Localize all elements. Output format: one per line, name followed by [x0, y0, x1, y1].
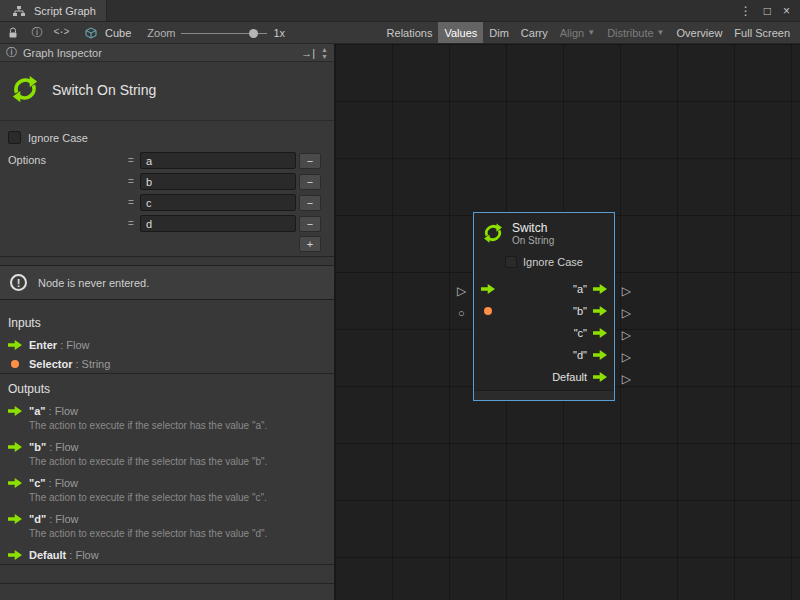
- overview-button[interactable]: Overview: [671, 22, 729, 43]
- flow-arrow-icon: [8, 406, 22, 416]
- remove-option-button[interactable]: −: [299, 153, 321, 169]
- full-screen-button[interactable]: Full Screen: [728, 22, 796, 43]
- switch-unit-icon: [482, 222, 504, 246]
- dim-button[interactable]: Dim: [483, 22, 515, 43]
- dock-icon[interactable]: →|: [301, 47, 315, 59]
- external-output-port-default[interactable]: ▷: [622, 373, 631, 385]
- scroll-down-icon[interactable]: ▼: [321, 53, 328, 60]
- node-footer: [474, 390, 614, 400]
- flow-arrow-icon: [8, 478, 22, 488]
- output-item: "d" : Flow: [0, 509, 334, 528]
- flow-arrow-icon: [8, 550, 22, 560]
- close-icon[interactable]: ×: [783, 4, 790, 18]
- external-selector-input-port[interactable]: ○: [458, 307, 465, 319]
- zoom-value: 1x: [273, 27, 285, 39]
- lock-icon[interactable]: [4, 25, 22, 41]
- unit-title-block: Switch On String: [0, 62, 334, 121]
- output-description: The action to execute if the selector ha…: [0, 456, 334, 473]
- scroll-up-icon[interactable]: ▲: [321, 46, 328, 53]
- zoom-slider-knob[interactable]: [249, 29, 258, 38]
- graph-inspector-header: ⓘ Graph Inspector →| ▲ ▼: [0, 44, 334, 62]
- maximize-icon[interactable]: □: [764, 4, 771, 18]
- outputs-header: Outputs: [0, 374, 334, 401]
- values-button[interactable]: Values: [438, 22, 483, 43]
- port-row-d: "d": [474, 344, 614, 366]
- node-ignore-case-checkbox[interactable]: [505, 256, 517, 268]
- unit-title: Switch On String: [52, 82, 156, 98]
- flow-output-port[interactable]: [593, 372, 607, 382]
- option-input[interactable]: [140, 194, 296, 211]
- option-input[interactable]: [140, 173, 296, 190]
- port-row-a: "a": [474, 278, 614, 300]
- carry-button[interactable]: Carry: [515, 22, 554, 43]
- distribute-button[interactable]: Distribute▼: [601, 22, 670, 43]
- graph-toolbar: ⓘ <·> Cube Zoom 1x Relations Values Dim …: [0, 22, 800, 44]
- relations-button[interactable]: Relations: [381, 22, 439, 43]
- option-input[interactable]: [140, 215, 296, 232]
- port-row-c: "c": [474, 322, 614, 344]
- window-controls: ⋮ □ ×: [730, 0, 800, 21]
- zoom-slider[interactable]: [181, 26, 267, 40]
- external-output-port-b[interactable]: ▷: [622, 307, 631, 319]
- drag-handle-icon[interactable]: =: [125, 197, 137, 208]
- flow-output-port[interactable]: [593, 306, 607, 316]
- tab-script-graph[interactable]: Script Graph: [0, 0, 107, 21]
- breadcrumb[interactable]: Cube: [76, 25, 137, 41]
- external-flow-input-port[interactable]: ▷: [457, 285, 466, 297]
- info-toggle-icon[interactable]: ⓘ: [28, 25, 46, 41]
- unity-script-graph-window: Script Graph ⋮ □ × ⓘ <·> Cube Zoom 1x Re…: [0, 0, 800, 600]
- flow-arrow-icon: [8, 514, 22, 524]
- string-port-icon: [11, 360, 19, 368]
- zoom-label: Zoom: [147, 27, 175, 39]
- output-description: The action to execute if the selector ha…: [0, 420, 334, 437]
- option-row: = −: [125, 173, 321, 190]
- external-output-port-a[interactable]: ▷: [622, 285, 631, 297]
- output-item-default: Default : Flow: [0, 545, 334, 564]
- output-description: The action to execute if the selector ha…: [0, 492, 334, 509]
- code-view-icon[interactable]: <·>: [52, 25, 70, 41]
- drag-handle-icon[interactable]: =: [125, 176, 137, 187]
- remove-option-button[interactable]: −: [299, 195, 321, 211]
- drag-handle-icon[interactable]: =: [125, 155, 137, 166]
- graph-canvas[interactable]: Switch On String Ignore Case "a" "b: [335, 44, 800, 600]
- remove-option-button[interactable]: −: [299, 216, 321, 232]
- flow-output-port[interactable]: [593, 328, 607, 338]
- kebab-menu-icon[interactable]: ⋮: [740, 4, 752, 18]
- panel-scroll-arrows: ▲ ▼: [321, 46, 328, 60]
- chevron-down-icon: ▼: [587, 28, 595, 37]
- warning-box: ! Node is never entered.: [0, 265, 334, 300]
- main-area: ⓘ Graph Inspector →| ▲ ▼: [0, 44, 800, 600]
- toolbar-buttons: Relations Values Dim Carry Align▼ Distri…: [381, 22, 796, 43]
- ignore-case-row: Ignore Case: [8, 131, 326, 144]
- external-output-port-c[interactable]: ▷: [622, 329, 631, 341]
- input-item-selector: Selector : String: [0, 354, 334, 373]
- flow-output-port[interactable]: [593, 284, 607, 294]
- node-ignore-case-row: Ignore Case: [474, 252, 614, 274]
- divider: [0, 256, 334, 257]
- flow-output-port[interactable]: [593, 350, 607, 360]
- tab-label: Script Graph: [34, 5, 96, 17]
- warning-icon: !: [10, 274, 27, 291]
- remove-option-button[interactable]: −: [299, 174, 321, 190]
- port-row-default: Default: [474, 366, 614, 388]
- node-title: Switch: [512, 221, 554, 235]
- output-item: "a" : Flow: [0, 401, 334, 420]
- option-row: = −: [125, 215, 321, 232]
- align-button[interactable]: Align▼: [554, 22, 601, 43]
- add-option-button[interactable]: +: [299, 236, 321, 252]
- external-output-port-d[interactable]: ▷: [622, 351, 631, 363]
- graph-icon: [10, 3, 28, 19]
- drag-handle-icon[interactable]: =: [125, 218, 137, 229]
- ignore-case-checkbox[interactable]: [8, 131, 21, 144]
- node-ignore-case-label: Ignore Case: [523, 256, 583, 268]
- selector-input-port[interactable]: [484, 307, 492, 315]
- node-header[interactable]: Switch On String: [474, 213, 614, 252]
- option-input[interactable]: [140, 152, 296, 169]
- ignore-case-label: Ignore Case: [28, 132, 88, 144]
- flow-arrow-icon: [8, 442, 22, 452]
- breadcrumb-label: Cube: [105, 27, 131, 39]
- flow-input-port[interactable]: [481, 284, 495, 294]
- warning-text: Node is never entered.: [38, 277, 149, 289]
- switch-on-string-node[interactable]: Switch On String Ignore Case "a" "b: [473, 212, 615, 401]
- output-item: "b" : Flow: [0, 437, 334, 456]
